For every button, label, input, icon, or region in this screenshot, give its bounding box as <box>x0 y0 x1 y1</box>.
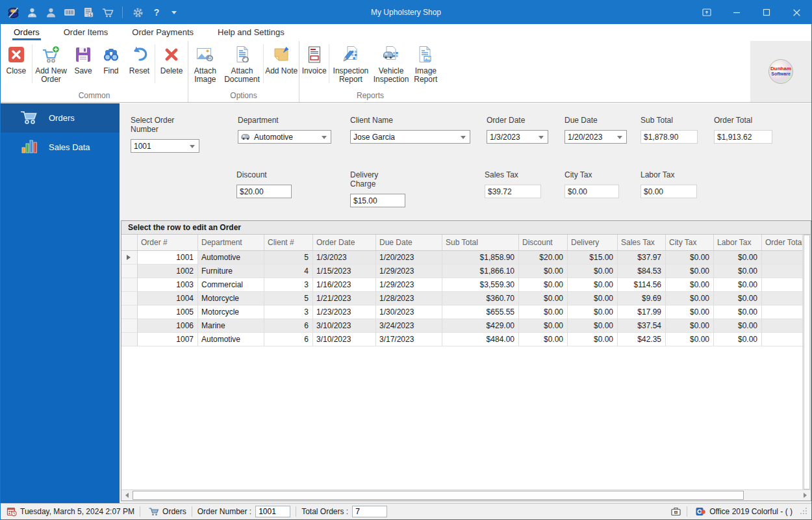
grid-cell-order_number[interactable]: 1001 <box>138 251 198 265</box>
grid-cell-delivery[interactable]: $0.00 <box>568 319 618 333</box>
grid-cell-due_date[interactable]: 1/20/2023 <box>376 251 442 265</box>
sidebar-item-sales-data[interactable]: Sales Data <box>1 133 120 162</box>
gear-icon[interactable] <box>131 6 144 19</box>
grid-cell-order_total[interactable] <box>762 278 806 292</box>
grid-column-header-labor_tax[interactable]: Labor Tax <box>714 235 762 250</box>
tab-orders[interactable]: Orders <box>12 25 41 41</box>
sales-tax-field[interactable] <box>485 185 541 198</box>
grid-cell-delivery[interactable]: $0.00 <box>568 306 618 319</box>
help-icon[interactable]: ? <box>150 6 163 19</box>
grid-cell-discount[interactable]: $0.00 <box>519 278 568 292</box>
grid-cell-order_total[interactable] <box>762 319 806 333</box>
grid-cell-labor_tax[interactable]: $0.00 <box>714 333 762 346</box>
grid-cell-discount[interactable]: $0.00 <box>519 265 568 278</box>
grid-cell-due_date[interactable]: 3/24/2023 <box>376 319 442 333</box>
grid-column-header-city_tax[interactable]: City Tax <box>666 235 714 250</box>
theme-selector[interactable]: Office 2019 Colorful - ( ) <box>709 507 793 516</box>
grid-cell-city_tax[interactable]: $0.00 <box>666 333 714 346</box>
grid-cell-sub_total[interactable]: $429.00 <box>442 319 519 333</box>
grid-cell-department[interactable]: Automotive <box>198 333 264 346</box>
grid-column-header-order_total[interactable]: Order Total <box>762 235 806 250</box>
grid-cell-client_number[interactable]: 6 <box>264 319 313 333</box>
grid-cell-discount[interactable]: $0.00 <box>519 333 568 346</box>
grid-cell-discount[interactable]: $0.00 <box>519 306 568 319</box>
grid-cell-order_date[interactable]: 1/3/2023 <box>313 251 376 265</box>
grid-cell-department[interactable]: Commercial <box>198 278 264 292</box>
grid-cell-order_number[interactable]: 1002 <box>138 265 198 278</box>
grid-cell-order_number[interactable]: 1007 <box>138 333 198 346</box>
client-icon[interactable] <box>44 6 57 19</box>
grid-cell-city_tax[interactable]: $0.00 <box>666 319 714 333</box>
grid-cell-sales_tax[interactable]: $42.35 <box>618 333 666 346</box>
grid-cell-labor_tax[interactable]: $0.00 <box>714 319 762 333</box>
inspection-report-button[interactable]: Inspection Report <box>330 42 371 91</box>
grid-cell-due_date[interactable]: 1/29/2023 <box>376 278 442 292</box>
tab-order-payments[interactable]: Order Payments <box>131 25 195 41</box>
reset-button[interactable]: Reset <box>125 42 155 91</box>
grid-row-1006[interactable]: 1006Marine63/10/20233/24/2023$429.00$0.0… <box>121 319 811 333</box>
grid-cell-order_number[interactable]: 1004 <box>138 292 198 306</box>
grid-cell-discount[interactable]: $0.00 <box>519 292 568 306</box>
grid-column-header-sub_total[interactable]: Sub Total <box>442 235 519 250</box>
grid-cell-city_tax[interactable]: $0.00 <box>666 265 714 278</box>
horizontal-scrollbar[interactable] <box>121 489 811 500</box>
grid-cell-sales_tax[interactable]: $37.97 <box>618 251 666 265</box>
tab-help-and-settings[interactable]: Help and Settings <box>216 25 286 41</box>
add-new-order-button[interactable]: Add New Order <box>33 42 70 91</box>
statusbar-total-orders-field[interactable] <box>352 506 387 517</box>
grid-cell-due_date[interactable]: 3/17/2023 <box>376 333 442 346</box>
grid-cell-sales_tax[interactable]: $9.69 <box>618 292 666 306</box>
grid-cell-order_date[interactable]: 3/10/2023 <box>313 319 376 333</box>
delete-button[interactable]: Delete <box>156 42 187 91</box>
grid-cell-labor_tax[interactable]: $0.00 <box>714 251 762 265</box>
grid-cell-order_date[interactable]: 3/10/2023 <box>313 333 376 346</box>
grid-cell-department[interactable]: Furniture <box>198 265 264 278</box>
scroll-left-arrow-icon[interactable] <box>121 490 133 500</box>
grid-cell-labor_tax[interactable]: $0.00 <box>714 292 762 306</box>
due-date-picker[interactable]: 1/20/2023 <box>565 130 627 144</box>
grid-cell-labor_tax[interactable]: $0.00 <box>714 278 762 292</box>
grid-cell-client_number[interactable]: 4 <box>264 265 313 278</box>
grid-cell-order_date[interactable]: 1/23/2023 <box>313 306 376 319</box>
grid-cell-due_date[interactable]: 1/30/2023 <box>376 306 442 319</box>
grid-cell-order_date[interactable]: 1/21/2023 <box>313 292 376 306</box>
client-name-combo[interactable]: Jose Garcia <box>350 130 470 144</box>
grid-row-1001[interactable]: 1001Automotive51/3/20231/20/2023$1,858.9… <box>121 251 811 265</box>
grid-cell-order_date[interactable]: 1/15/2023 <box>313 265 376 278</box>
grid-cell-sales_tax[interactable]: $84.53 <box>618 265 666 278</box>
save-button[interactable]: Save <box>69 42 97 91</box>
close-button[interactable]: Close <box>1 42 31 91</box>
image-report-button[interactable]: Image Report <box>411 42 440 91</box>
grid-cell-order_number[interactable]: 1005 <box>138 306 198 319</box>
invoice-button[interactable]: Invoice <box>300 42 328 91</box>
vehicle-inspection-button[interactable]: Vehicle Inspection <box>371 42 411 91</box>
user-icon[interactable] <box>25 6 38 19</box>
vertical-scrollbar[interactable] <box>802 235 811 489</box>
grid-column-header-delivery[interactable]: Delivery <box>568 235 618 250</box>
grid-cell-discount[interactable]: $0.00 <box>519 319 568 333</box>
grid-cell-department[interactable]: Motorcycle <box>198 306 264 319</box>
grid-cell-department[interactable]: Motorcycle <box>198 292 264 306</box>
grid-cell-sub_total[interactable]: $655.55 <box>442 306 519 319</box>
grid-cell-labor_tax[interactable]: $0.00 <box>714 306 762 319</box>
scroll-right-arrow-icon[interactable] <box>800 490 811 500</box>
resize-grip[interactable] <box>799 506 807 517</box>
find-button[interactable]: Find <box>97 42 125 91</box>
grid-cell-due_date[interactable]: 1/28/2023 <box>376 292 442 306</box>
grid-cell-order_total[interactable] <box>762 292 806 306</box>
grid-cell-order_total[interactable] <box>762 306 806 319</box>
attach-document-button[interactable]: Attach Document <box>222 42 263 91</box>
grid-cell-labor_tax[interactable]: $0.00 <box>714 265 762 278</box>
grid-cell-sales_tax[interactable]: $37.54 <box>618 319 666 333</box>
grid-row-1004[interactable]: 1004Motorcycle51/21/20231/28/2023$360.70… <box>121 292 811 306</box>
grid-cell-sub_total[interactable]: $360.70 <box>442 292 519 306</box>
qat-customize-chevron-icon[interactable] <box>171 11 177 14</box>
grid-cell-order_total[interactable] <box>762 251 806 265</box>
cart-small-icon[interactable] <box>101 6 114 19</box>
grid-row-1003[interactable]: 1003Commercial31/16/20231/29/2023$3,559.… <box>121 278 811 292</box>
invoice-small-icon[interactable]: $ <box>82 6 95 19</box>
grid-column-header-department[interactable]: Department <box>198 235 264 250</box>
grid-cell-city_tax[interactable]: $0.00 <box>666 292 714 306</box>
grid-cell-sub_total[interactable]: $1,858.90 <box>442 251 519 265</box>
grid-row-1002[interactable]: 1002Furniture41/15/20231/29/2023$1,866.1… <box>121 265 811 278</box>
